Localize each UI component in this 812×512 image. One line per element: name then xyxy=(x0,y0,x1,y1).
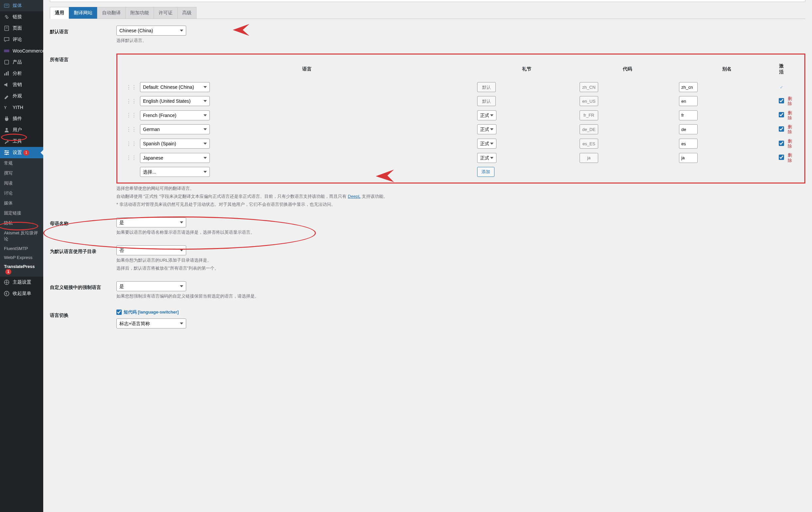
product-icon xyxy=(3,59,10,65)
sidebar-item-settings[interactable]: 设置1 xyxy=(0,147,43,158)
add-language-button[interactable]: 添加 xyxy=(477,167,494,177)
tab-5[interactable]: 高级 xyxy=(177,7,197,19)
shortcode-checkbox[interactable] xyxy=(116,309,122,315)
language-select[interactable]: Japanese xyxy=(140,153,210,163)
sidebar-sub-FluentSMTP[interactable]: FluentSMTP xyxy=(0,244,43,253)
deepl-link[interactable]: DeepL xyxy=(348,194,360,199)
formality-select[interactable]: 正式 xyxy=(477,153,496,163)
sidebar-item-label: 用户 xyxy=(12,127,22,133)
delete-language-link[interactable]: 删除 xyxy=(788,153,792,162)
sidebar-item-analytics[interactable]: 分析 xyxy=(0,68,43,79)
sidebar-item-product[interactable]: 产品 xyxy=(0,57,43,68)
native-name-select[interactable]: 是 xyxy=(116,217,186,228)
delete-language-link[interactable]: 删除 xyxy=(788,96,792,106)
language-select[interactable]: German xyxy=(140,124,210,134)
drag-handle-icon[interactable]: ⋮⋮ xyxy=(125,81,138,94)
tab-4[interactable]: 许可证 xyxy=(154,7,178,19)
language-select[interactable]: French (France) xyxy=(140,110,210,120)
sidebar-item-plugins[interactable]: 插件 xyxy=(0,113,43,124)
lang-switch-display-select[interactable]: 标志+语言简称 xyxy=(116,319,186,329)
sidebar-sub-WebP Express[interactable]: WebP Express xyxy=(0,253,43,262)
drag-handle-icon[interactable]: ⋮⋮ xyxy=(125,137,138,151)
slug-input[interactable] xyxy=(679,124,698,134)
sidebar-item-label: 收起菜单 xyxy=(12,291,31,297)
sidebar-item-media[interactable]: 媒体 xyxy=(0,0,43,11)
subdir-desc2: 选择后，默认语言将被放在"所有语言"列表的第一个。 xyxy=(116,265,805,271)
sidebar-item-theme[interactable]: 主题设置 xyxy=(0,277,43,288)
language-select[interactable]: Spanish (Spain) xyxy=(140,139,210,149)
svg-rect-7 xyxy=(5,60,9,64)
formality-select[interactable]: 正式 xyxy=(477,110,496,120)
drag-handle-icon[interactable]: ⋮⋮ xyxy=(125,151,138,164)
sidebar-sub-媒体[interactable]: 媒体 xyxy=(0,198,43,208)
default-language-select[interactable]: Chinese (China) xyxy=(116,26,186,36)
slug-input[interactable] xyxy=(679,96,698,106)
slug-input[interactable] xyxy=(679,139,698,149)
formality-select[interactable]: 正式 xyxy=(477,139,496,149)
tab-2[interactable]: 自动翻译 xyxy=(97,7,126,19)
tab-0[interactable]: 通用 xyxy=(50,7,69,19)
col-code: 代码 xyxy=(578,62,677,80)
force-lang-select[interactable]: 是 xyxy=(116,281,186,291)
sidebar-item-link[interactable]: 链接 xyxy=(0,11,43,23)
subdir-select[interactable]: 否 xyxy=(116,245,186,255)
header-stub xyxy=(50,0,805,2)
svg-rect-6 xyxy=(4,50,9,52)
svg-point-2 xyxy=(7,5,8,6)
sidebar-sub-撰写[interactable]: 撰写 xyxy=(0,168,43,178)
col-slug: 别名 xyxy=(678,62,776,80)
slug-input[interactable] xyxy=(679,110,698,120)
active-checkbox[interactable] xyxy=(779,155,784,160)
sidebar-item-comment[interactable]: 评论 xyxy=(0,34,43,45)
language-row: ⋮⋮French (France)正式删除 xyxy=(125,109,797,122)
drag-handle-icon[interactable]: ⋮⋮ xyxy=(125,123,138,136)
delete-language-link[interactable]: 删除 xyxy=(788,124,792,134)
tab-3[interactable]: 附加功能 xyxy=(125,7,154,19)
delete-language-link[interactable]: 删除 xyxy=(788,110,792,120)
sidebar-sub-阅读[interactable]: 阅读 xyxy=(0,178,43,188)
sidebar-sub-TranslatePress[interactable]: TranslatePress1 xyxy=(0,262,43,277)
sidebar-item-woo[interactable]: WooCommerce xyxy=(0,45,43,57)
languages-annotated-box: 语言 礼节 代码 别名 激活 ⋮⋮Default: Chinese (China… xyxy=(116,54,805,183)
active-checkbox[interactable] xyxy=(779,126,784,132)
tab-1[interactable]: 翻译网站 xyxy=(69,7,97,19)
sidebar-sub-隐私[interactable]: 隐私 xyxy=(0,218,43,228)
sidebar-item-marketing[interactable]: 营销 xyxy=(0,79,43,90)
sidebar-item-users[interactable]: 用户 xyxy=(0,124,43,135)
drag-handle-icon[interactable]: ⋮⋮ xyxy=(125,109,138,122)
language-select[interactable]: Default: Chinese (China) xyxy=(140,82,210,92)
sidebar-item-tools[interactable]: 工具 xyxy=(0,135,43,147)
add-language-select[interactable]: 选择... xyxy=(140,167,210,177)
slug-input[interactable] xyxy=(679,153,698,163)
delete-language-link[interactable]: 删除 xyxy=(788,139,792,149)
sidebar-sub-Akismet 反垃圾评论[interactable]: Akismet 反垃圾评论 xyxy=(0,228,43,244)
drag-handle-icon[interactable]: ⋮⋮ xyxy=(125,94,138,108)
yith-icon: Y xyxy=(3,104,10,111)
sidebar-item-label: 工具 xyxy=(12,138,22,144)
svg-point-12 xyxy=(6,128,8,130)
sidebar-item-page[interactable]: 页面 xyxy=(0,23,43,34)
sidebar-sub-讨论[interactable]: 讨论 xyxy=(0,188,43,198)
media-icon xyxy=(3,2,10,9)
slug-input[interactable] xyxy=(679,82,698,92)
sidebar-sub-常规[interactable]: 常规 xyxy=(0,158,43,168)
sidebar-sub-固定链接[interactable]: 固定链接 xyxy=(0,208,43,218)
update-badge: 1 xyxy=(23,150,29,156)
sidebar-item-yith[interactable]: YYITH xyxy=(0,102,43,113)
code-input xyxy=(580,82,598,92)
default-language-desc: 选择默认语言。 xyxy=(116,37,805,43)
formality-disabled xyxy=(477,82,496,92)
formality-select[interactable]: 正式 xyxy=(477,124,496,134)
sidebar-item-label: 主题设置 xyxy=(12,279,31,285)
subdir-desc1: 如果你想为默认语言的URL添加子目录请选择是。 xyxy=(116,257,805,263)
settings-icon xyxy=(3,149,10,156)
sidebar-item-label: 插件 xyxy=(12,116,22,122)
code-input xyxy=(580,139,598,149)
language-select[interactable]: English (United States) xyxy=(140,96,210,106)
active-checkbox[interactable] xyxy=(779,112,784,117)
active-checkbox[interactable] xyxy=(779,98,784,103)
sidebar-item-appearance[interactable]: 外观 xyxy=(0,90,43,102)
sidebar-item-collapse[interactable]: 收起菜单 xyxy=(0,288,43,299)
sidebar-item-label: WooCommerce xyxy=(12,48,45,54)
active-checkbox[interactable] xyxy=(779,141,784,146)
